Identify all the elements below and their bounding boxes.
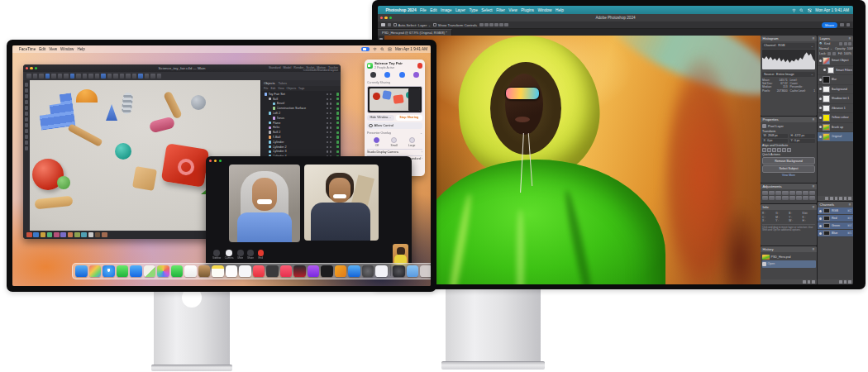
dock-app-icon[interactable]	[393, 265, 405, 278]
search-tool-icon[interactable]	[840, 23, 844, 27]
material-swatch[interactable]	[33, 232, 39, 238]
adjustment-icon[interactable]	[809, 196, 815, 200]
quick-action-button[interactable]: Select Subject	[762, 165, 815, 172]
dock-app-icon[interactable]	[198, 265, 211, 278]
panel-menu-icon[interactable]: ≡	[813, 36, 815, 41]
channel-visibility-icon[interactable]	[819, 217, 822, 220]
panel-menu-icon[interactable]: ≡	[813, 184, 815, 188]
adjustment-icon[interactable]	[789, 191, 795, 195]
layer-visibility-icon[interactable]	[819, 98, 822, 100]
dock-app-icon[interactable]	[212, 265, 224, 278]
dock-app-icon[interactable]	[293, 265, 306, 278]
menu-item[interactable]: Filter	[496, 8, 505, 12]
channel-row[interactable]: Green ⌘4	[818, 222, 853, 230]
object-enabled-check[interactable]	[336, 112, 340, 115]
history-panel-footer[interactable]	[761, 279, 817, 284]
histogram-source-select[interactable]: Source:Entire Image⌄	[762, 72, 815, 78]
control-center-icon[interactable]	[808, 8, 812, 12]
dock-app-icon[interactable]	[130, 265, 142, 278]
adjustment-icon[interactable]	[769, 191, 775, 195]
stop-sharing-button[interactable]: Stop Sharing	[396, 115, 423, 121]
chevron-down-icon[interactable]: ⌄	[420, 131, 422, 135]
call-control-button[interactable]: End	[258, 250, 265, 260]
wifi-icon[interactable]	[792, 8, 796, 12]
shareplay-button[interactable]	[413, 72, 419, 78]
object-visibility-dots[interactable]	[327, 107, 335, 109]
material-swatch[interactable]	[47, 232, 53, 238]
objects-menu-item[interactable]: Tags	[298, 87, 304, 90]
menu-item[interactable]: Window	[537, 8, 551, 12]
dock-app-icon[interactable]	[420, 265, 431, 278]
adjustment-icon[interactable]	[803, 196, 808, 200]
facetime-status-pill[interactable]	[361, 47, 370, 52]
layer-visibility-icon[interactable]	[819, 107, 822, 109]
home-icon[interactable]	[381, 23, 385, 27]
menu-item[interactable]: Layer	[455, 8, 465, 12]
object-visibility-dots[interactable]	[327, 150, 335, 152]
overlay-option[interactable]: Small	[390, 137, 397, 147]
menu-item[interactable]: Edit	[39, 47, 45, 51]
object-enabled-check[interactable]	[336, 107, 340, 111]
dock-app-icon[interactable]	[266, 265, 279, 278]
dock-app-icon[interactable]	[308, 265, 320, 278]
material-swatch[interactable]	[95, 232, 101, 238]
menu-item[interactable]: Type	[469, 8, 477, 12]
layer-row[interactable]: Blur	[818, 75, 853, 85]
layer-visibility-icon[interactable]	[819, 117, 822, 119]
overlay-option[interactable]: Large	[408, 137, 416, 147]
transform-section-label[interactable]: Transform	[762, 130, 815, 133]
adjustment-icon[interactable]	[789, 196, 795, 200]
menu-item[interactable]: View	[508, 8, 517, 12]
camera-select-row[interactable]: Studio Display Camera›	[367, 149, 422, 154]
layout-tab[interactable]: Model	[284, 66, 292, 69]
layer-visibility-icon[interactable]	[819, 126, 822, 128]
adjustment-icon[interactable]	[782, 196, 788, 200]
menu-item[interactable]: FaceTime	[19, 47, 36, 51]
layer-row[interactable]: Brush up	[818, 123, 853, 133]
panel-menu-icon[interactable]: ≡	[849, 36, 851, 41]
histogram-channel-select[interactable]: Channel:RGB⌄	[762, 43, 815, 49]
layer-row[interactable]: Yellow colour	[818, 113, 853, 123]
layer-visibility-icon[interactable]	[819, 136, 822, 138]
panel-menu-icon[interactable]: ≡	[813, 205, 815, 209]
leave-call-button[interactable]	[417, 63, 423, 69]
layout-tab[interactable]: Standard	[269, 66, 281, 69]
overlay-option[interactable]: Off	[374, 137, 379, 147]
adjustment-icon[interactable]	[796, 196, 802, 200]
zoom-window-button[interactable]	[219, 160, 222, 162]
search-icon[interactable]	[799, 8, 804, 12]
objects-menu-item[interactable]: File	[264, 87, 268, 90]
active-layout-tab[interactable]: Cinema4DStandard.layout	[303, 69, 338, 72]
dock-app-icon[interactable]	[239, 265, 251, 278]
dock-app-icon[interactable]	[375, 265, 388, 278]
hide-window-button[interactable]: Hide Window…	[367, 115, 394, 121]
menu-item[interactable]: Help	[77, 47, 84, 51]
call-control-button[interactable]: Camera	[225, 250, 234, 260]
layer-row[interactable]: Smart Object	[818, 56, 853, 66]
menu-clock[interactable]: Mon Apr 1 9:41 AM	[815, 8, 849, 12]
view-more-link[interactable]: View More	[762, 174, 815, 177]
wifi-icon[interactable]	[373, 47, 377, 51]
dock-app-icon[interactable]	[362, 265, 374, 278]
object-enabled-check[interactable]	[336, 131, 340, 135]
allow-control-button[interactable]: Allow Control	[367, 122, 422, 129]
minimize-window-button[interactable]	[214, 160, 217, 162]
transform-field[interactable]: Y:0 px	[789, 139, 815, 143]
channel-row[interactable]: RGB ⌘2	[818, 207, 853, 215]
layer-row[interactable]: Shadow tint 1	[818, 94, 853, 104]
menu-item[interactable]: Select	[481, 8, 492, 12]
channel-visibility-icon[interactable]	[819, 225, 822, 227]
object-visibility-dots[interactable]	[327, 112, 335, 114]
object-enabled-check[interactable]	[336, 122, 340, 125]
adjustment-icon[interactable]	[775, 196, 781, 200]
objects-menu-item[interactable]: Edit	[270, 87, 275, 90]
adjustment-icon[interactable]	[762, 196, 768, 200]
layer-visibility-icon[interactable]	[823, 69, 826, 71]
dock-app-icon[interactable]	[335, 265, 347, 278]
move-tool-icon[interactable]	[388, 23, 392, 27]
cinema4d-tool-column[interactable]	[23, 80, 30, 231]
object-visibility-dots[interactable]	[327, 126, 335, 128]
transform-field[interactable]: H:4272 px	[789, 134, 815, 138]
object-enabled-check[interactable]	[336, 141, 340, 144]
menu-item[interactable]: File	[420, 8, 427, 12]
